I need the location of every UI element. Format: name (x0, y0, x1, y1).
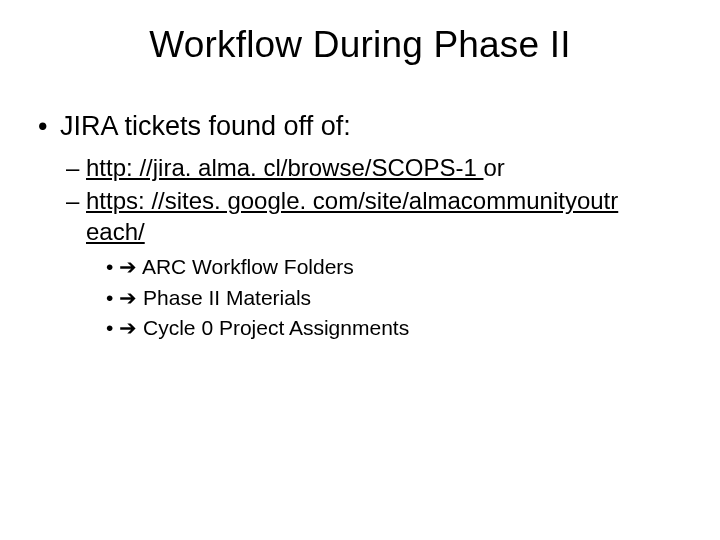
bullet-lvl3: • ➔ Cycle 0 Project Assignments (38, 314, 670, 342)
bullet-lvl1: •JIRA tickets found off of: (38, 110, 670, 144)
bullet-lvl3-text: Cycle 0 Project Assignments (143, 316, 409, 339)
bullet-lvl2: – http: //jira. alma. cl/browse/SCOPS-1 … (38, 152, 670, 183)
bullet-lvl3: • ➔ ARC Workflow Folders (38, 253, 670, 281)
slide: Workflow During Phase II •JIRA tickets f… (0, 24, 720, 540)
bullet-dot-icon: • (106, 286, 119, 309)
bullet-dot-icon: • (106, 255, 119, 278)
bullet-lvl3-text: Phase II Materials (143, 286, 311, 309)
link-jira[interactable]: http: //jira. alma. cl/browse/SCOPS-1 (86, 154, 483, 181)
arrow-icon: ➔ (119, 286, 143, 309)
bullet-lvl3: • ➔ Phase II Materials (38, 284, 670, 312)
slide-body: •JIRA tickets found off of: – http: //ji… (0, 110, 720, 342)
bullet-dash-icon: – (66, 187, 86, 214)
slide-title: Workflow During Phase II (0, 24, 720, 66)
link-google-sites[interactable]: https: //sites. google. com/site/almacom… (86, 187, 618, 245)
bullet-lvl2-suffix: or (483, 154, 504, 181)
bullet-lvl2: – https: //sites. google. com/site/almac… (38, 185, 670, 247)
bullet-lvl1-text: JIRA tickets found off of: (60, 111, 351, 141)
bullet-dash-icon: – (66, 154, 86, 181)
bullet-lvl3-text: ARC Workflow Folders (142, 255, 354, 278)
arrow-icon: ➔ (119, 316, 143, 339)
bullet-dot-icon: • (106, 316, 119, 339)
arrow-icon: ➔ (119, 255, 142, 278)
bullet-dot-icon: • (38, 110, 60, 144)
